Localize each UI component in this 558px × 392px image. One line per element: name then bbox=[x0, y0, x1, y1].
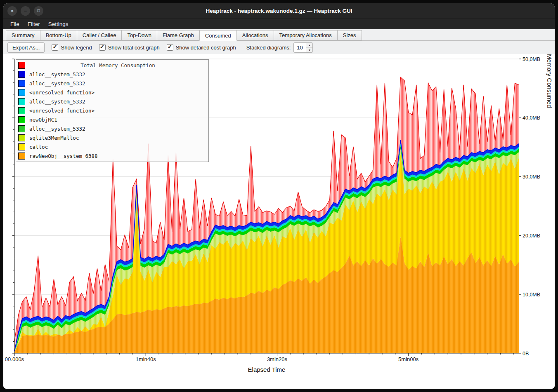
y-axis-title: Memory Consumed bbox=[546, 54, 553, 363]
export-as-button[interactable]: Export As... bbox=[7, 42, 45, 53]
menu-bar: FileFilterSettings bbox=[3, 18, 555, 29]
legend-swatch bbox=[18, 125, 25, 132]
legend-swatch bbox=[18, 62, 25, 69]
legend-item: newObjRC1 bbox=[16, 115, 208, 124]
svg-text:0B: 0B bbox=[523, 351, 529, 357]
tab-consumed[interactable]: Consumed bbox=[199, 30, 237, 41]
stacked-diagrams-spinbox[interactable]: 10 ▲ ▼ bbox=[293, 42, 313, 53]
menu-filter[interactable]: Filter bbox=[24, 20, 44, 28]
legend-swatch bbox=[18, 71, 25, 78]
maximize-icon: □ bbox=[37, 9, 40, 13]
svg-text:5min00s: 5min00s bbox=[398, 356, 419, 362]
legend-swatch bbox=[18, 80, 25, 87]
legend-swatch bbox=[18, 116, 25, 123]
legend-label: rawNewObj__system_6388 bbox=[29, 153, 98, 159]
window-title: Heaptrack - heaptrack.wakunode.1.gz — He… bbox=[3, 8, 555, 14]
legend-label: alloc__system_5332 bbox=[29, 126, 85, 132]
stacked-diagrams-label: Stacked diagrams: bbox=[246, 45, 291, 51]
legend-label: sqlite3MemMalloc bbox=[29, 135, 79, 141]
legend-label: alloc__system_5332 bbox=[29, 99, 85, 105]
svg-text:40,0MB: 40,0MB bbox=[523, 115, 540, 121]
checkbox-show-legend[interactable]: Show legend bbox=[52, 44, 92, 51]
svg-text:50,0MB: 50,0MB bbox=[523, 56, 540, 62]
x-axis-title: Elapsed Time bbox=[3, 366, 530, 373]
checkbox-group: Show legendShow total cost graphShow det… bbox=[52, 44, 236, 51]
spinbox-increment[interactable]: ▲ bbox=[306, 43, 312, 48]
legend-label: calloc bbox=[29, 144, 48, 150]
svg-text:3min20s: 3min20s bbox=[267, 356, 288, 362]
minimize-icon: − bbox=[24, 8, 27, 14]
close-icon: × bbox=[11, 8, 14, 14]
svg-text:20,0MB: 20,0MB bbox=[523, 233, 540, 239]
legend-swatch bbox=[18, 134, 25, 141]
close-button[interactable]: × bbox=[7, 6, 17, 16]
checkbox-label: Show legend bbox=[61, 45, 92, 51]
legend-swatch bbox=[18, 107, 25, 114]
app-window: × − □ Heaptrack - heaptrack.wakunode.1.g… bbox=[3, 3, 555, 389]
checkbox-box bbox=[99, 44, 106, 51]
checkbox-show-detailed-cost-graph[interactable]: Show detailed cost graph bbox=[167, 44, 236, 51]
chart-legend: Total Memory Consumptionalloc__system_53… bbox=[16, 59, 209, 162]
spinbox-arrows: ▲ ▼ bbox=[306, 43, 312, 52]
legend-label: <unresolved function> bbox=[29, 108, 95, 114]
checkbox-label: Show total cost graph bbox=[108, 45, 160, 51]
chart-toolbar: Export As... Show legendShow total cost … bbox=[3, 41, 555, 54]
legend-item: <unresolved function> bbox=[16, 88, 208, 97]
tab-bottom-up[interactable]: Bottom-Up bbox=[40, 30, 77, 40]
svg-text:00.000s: 00.000s bbox=[5, 356, 24, 362]
legend-swatch bbox=[18, 89, 25, 96]
legend-item: alloc__system_5332 bbox=[16, 124, 208, 133]
legend-item: alloc__system_5332 bbox=[16, 97, 208, 106]
svg-text:1min40s: 1min40s bbox=[136, 356, 156, 362]
tab-sizes[interactable]: Sizes bbox=[337, 30, 362, 40]
legend-item: calloc bbox=[16, 142, 208, 151]
menu-file[interactable]: File bbox=[7, 20, 23, 28]
legend-label: alloc__system_5332 bbox=[29, 71, 85, 77]
tab-flame-graph[interactable]: Flame Graph bbox=[157, 30, 200, 40]
legend-item: alloc__system_5332 bbox=[16, 79, 208, 88]
legend-label: newObjRC1 bbox=[29, 117, 57, 123]
legend-item: sqlite3MemMalloc bbox=[16, 133, 208, 142]
spinbox-decrement[interactable]: ▼ bbox=[306, 48, 312, 52]
checkbox-label: Show detailed cost graph bbox=[176, 45, 236, 51]
tab-summary[interactable]: Summary bbox=[6, 30, 40, 40]
tab-top-down[interactable]: Top-Down bbox=[121, 30, 157, 40]
checkbox-box bbox=[167, 44, 173, 51]
legend-item: <unresolved function> bbox=[16, 106, 208, 115]
spinbox-value: 10 bbox=[294, 43, 306, 52]
legend-item: rawNewObj__system_6388 bbox=[16, 151, 208, 160]
tab-caller-callee[interactable]: Caller / Callee bbox=[77, 30, 122, 40]
legend-label: Total Memory Consumption bbox=[29, 62, 206, 68]
legend-item: alloc__system_5332 bbox=[16, 70, 208, 79]
legend-swatch bbox=[18, 153, 25, 160]
svg-text:30,0MB: 30,0MB bbox=[523, 174, 540, 180]
menu-settings[interactable]: Settings bbox=[45, 20, 72, 28]
title-bar: × − □ Heaptrack - heaptrack.wakunode.1.g… bbox=[3, 3, 555, 18]
tab-allocations[interactable]: Allocations bbox=[236, 30, 274, 40]
checkbox-box bbox=[52, 44, 58, 51]
legend-swatch bbox=[18, 98, 25, 105]
legend-swatch bbox=[18, 143, 25, 150]
legend-label: alloc__system_5332 bbox=[29, 80, 85, 87]
tab-bar: SummaryBottom-UpCaller / CalleeTop-DownF… bbox=[3, 29, 555, 41]
chart-area[interactable]: 0B10,0MB20,0MB30,0MB40,0MB50,0MB00.000s1… bbox=[3, 54, 555, 389]
maximize-button[interactable]: □ bbox=[34, 6, 43, 16]
legend-title-row: Total Memory Consumption bbox=[16, 61, 208, 70]
window-controls: × − □ bbox=[7, 3, 43, 18]
tab-temporary-allocations[interactable]: Temporary Allocations bbox=[274, 30, 338, 40]
svg-text:10,0MB: 10,0MB bbox=[523, 292, 540, 298]
checkbox-show-total-cost-graph[interactable]: Show total cost graph bbox=[99, 44, 160, 51]
legend-label: <unresolved function> bbox=[29, 89, 95, 96]
minimize-button[interactable]: − bbox=[21, 6, 30, 16]
